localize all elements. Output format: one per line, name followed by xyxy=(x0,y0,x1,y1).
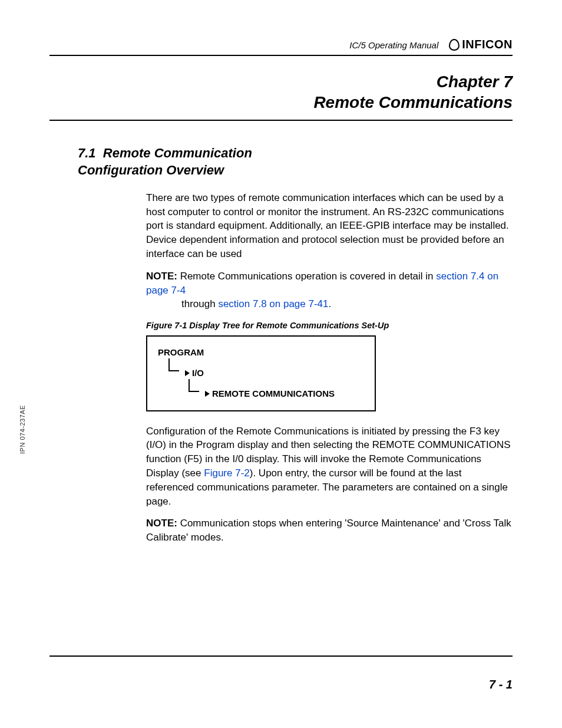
header-rule xyxy=(49,55,513,56)
side-ipn: IPN 074-237AE xyxy=(19,405,26,454)
note-1-pre: Remote Communications operation is cover… xyxy=(180,271,437,282)
section-title-line2: Configuration Overview xyxy=(78,163,224,177)
figure-7-1: PROGRAM I/O REMOTE COMMUNICATIONS xyxy=(146,335,376,411)
tree-node-program: PROGRAM xyxy=(158,346,364,358)
tree-node-remote-row: REMOTE COMMUNICATIONS xyxy=(189,383,364,400)
note-label: NOTE: xyxy=(146,271,177,282)
arrow-right-icon xyxy=(205,391,210,397)
arrow-right-icon xyxy=(185,370,190,376)
paragraph-intro: There are two types of remote communicat… xyxy=(146,191,511,261)
note-1: NOTE: Remote Communications operation is… xyxy=(146,269,511,311)
tree-node-remote: REMOTE COMMUNICATIONS xyxy=(212,387,335,400)
section-title-line1: Remote Communication xyxy=(103,146,252,160)
chapter-title: Chapter 7 Remote Communications xyxy=(49,71,513,113)
inficon-icon xyxy=(449,39,459,51)
brand-logo: INFICON xyxy=(449,38,513,51)
section-heading: 7.1 Remote Communication Configuration O… xyxy=(78,144,513,179)
page-number: 7 - 1 xyxy=(489,678,513,691)
figure-caption: Figure 7-1 Display Tree for Remote Commu… xyxy=(146,319,511,331)
manual-title: IC/5 Operating Manual xyxy=(349,40,438,51)
xref-figure-7-2[interactable]: Figure 7-2 xyxy=(204,467,249,479)
tree-node-io-row: I/O xyxy=(168,362,364,379)
note-2-text: Communication stops when entering 'Sourc… xyxy=(146,518,511,543)
chapter-number: Chapter 7 xyxy=(49,71,513,92)
brand-text: INFICON xyxy=(462,38,513,51)
chapter-rule xyxy=(49,120,513,121)
xref-section-7-8[interactable]: section 7.8 on page 7-41 xyxy=(218,298,328,309)
note-label: NOTE: xyxy=(146,518,177,529)
paragraph-config: Configuration of the Remote Communicatio… xyxy=(146,424,511,509)
footer-rule xyxy=(49,655,513,657)
note-1-post: . xyxy=(329,298,332,309)
section-number: 7.1 xyxy=(78,146,96,160)
page-header: IC/5 Operating Manual INFICON xyxy=(49,38,513,55)
note-2: NOTE: Communication stops when entering … xyxy=(146,516,511,545)
tree-node-io: I/O xyxy=(192,367,204,379)
tree-elbow-icon xyxy=(168,364,181,376)
chapter-name: Remote Communications xyxy=(49,92,513,113)
tree-elbow-icon xyxy=(189,385,201,397)
note-1-mid: through xyxy=(181,298,218,309)
